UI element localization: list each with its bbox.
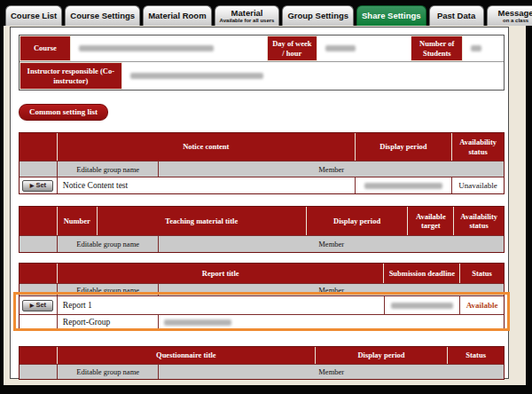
tab-material-room[interactable]: Material Room [143, 5, 211, 26]
tab-label: Group Settings [287, 12, 348, 20]
tab-group-settings[interactable]: Group Settings [282, 5, 354, 26]
instructor-value [122, 62, 504, 90]
member-header: Member [158, 161, 504, 177]
member-header: Member [158, 364, 504, 379]
tab-course-settings[interactable]: Course Settings [65, 5, 140, 26]
redacted-course-name [79, 45, 214, 51]
subheader-spacer [20, 283, 57, 296]
editable-group-name-header: Editable group name [57, 283, 159, 296]
report-title-cell: Report 1 [57, 296, 384, 314]
subheader-spacer [20, 364, 57, 379]
empty-cell [20, 314, 57, 329]
play-icon: ▶ [30, 183, 35, 188]
tab-material[interactable]: Material Available for all users [215, 5, 280, 26]
subheader-spacer [20, 161, 57, 177]
play-icon: ▶ [30, 303, 35, 308]
notice-period-cell [355, 177, 452, 193]
tab-label: Message [497, 9, 532, 18]
tab-label: Share Settings [362, 12, 421, 20]
course-value [71, 35, 267, 61]
notice-status-cell: Unavailable [451, 177, 504, 193]
tab-label: Past Data [437, 12, 475, 20]
redacted-instructor [130, 73, 263, 79]
course-info-row: Course Day of week / hour Number of Stud… [20, 35, 504, 61]
material-subheader-row: Editable group name Member [20, 235, 504, 252]
questionnaire-header-row: Questionnaire title Display period Statu… [20, 347, 504, 364]
redacted-count [471, 45, 481, 51]
report-status-cell: Available [459, 296, 504, 314]
set-cell: ▶Set [20, 296, 57, 314]
report-table: Report title Submission deadline Status … [19, 263, 505, 330]
notice-set-button[interactable]: ▶Set [22, 180, 53, 192]
report-set-button[interactable]: ▶Set [22, 300, 53, 311]
set-button-label: Set [35, 182, 46, 189]
display-period-header: Display period [315, 347, 447, 364]
status-header: Status [447, 347, 504, 364]
tab-label: Course List [11, 12, 57, 20]
report-deadline-cell [384, 296, 460, 314]
tab-bar: Course List Course Settings Material Roo… [5, 3, 532, 26]
set-button-label: Set [35, 302, 46, 309]
number-header: Number [57, 207, 97, 235]
availability-status-header: Availability status [451, 133, 504, 161]
available-target-header: Available target [407, 207, 453, 235]
submission-deadline-header: Submission deadline [383, 264, 459, 283]
display-period-header: Display period [355, 133, 452, 161]
report-title-header: Report title [57, 264, 384, 283]
students-value [463, 35, 504, 61]
common-setting-list-button[interactable]: Common setting list [19, 104, 108, 121]
tab-label: Course Settings [70, 12, 135, 20]
notice-title-cell: Notice Content test [57, 177, 355, 193]
questionnaire-table: Questionnaire title Display period Statu… [19, 346, 505, 380]
header-spacer [20, 264, 57, 283]
instructor-label: Instructor responsible (Co-instructor) [20, 62, 122, 90]
redacted-deadline [391, 303, 453, 309]
tab-label: Material [231, 9, 263, 18]
availability-status-header: Availability status [453, 207, 504, 235]
header-spacer [20, 133, 57, 161]
report-group-row: Report-Group [20, 314, 504, 329]
share-settings-panel: Course Day of week / hour Number of Stud… [10, 27, 509, 379]
member-header: Member [158, 283, 504, 296]
report-header-row: Report title Submission deadline Status [20, 264, 504, 283]
tab-message[interactable]: Message on a class [487, 5, 532, 26]
header-spacer [20, 347, 57, 364]
notice-subheader-row: Editable group name Member [20, 161, 504, 177]
tab-course-list[interactable]: Course List [5, 5, 62, 26]
material-header-row: Number Teaching material title Display p… [20, 207, 504, 235]
tab-sublabel: Available for all users [220, 18, 275, 23]
notice-content-header: Notice content [57, 133, 355, 161]
course-info-table: Course Day of week / hour Number of Stud… [19, 35, 505, 91]
report-data-row: ▶Set Report 1 Available [20, 296, 504, 314]
course-label: Course [20, 35, 71, 61]
subheader-spacer [20, 235, 57, 252]
editable-group-name-header: Editable group name [57, 235, 159, 252]
tab-sublabel: on a class [503, 18, 528, 23]
tab-label: Material Room [148, 12, 206, 20]
header-spacer [20, 207, 57, 235]
set-cell: ▶Set [20, 177, 57, 193]
member-header: Member [158, 235, 504, 252]
editable-group-name-header: Editable group name [57, 161, 159, 177]
material-table: Number Teaching material title Display p… [19, 206, 505, 253]
redacted-members [164, 319, 231, 326]
tab-past-data[interactable]: Past Data [429, 5, 484, 26]
notice-table: Notice content Display period Availabili… [19, 132, 505, 194]
material-title-header: Teaching material title [97, 207, 306, 235]
day-of-week-value [317, 35, 411, 61]
questionnaire-title-header: Questionnaire title [57, 347, 315, 364]
redacted-period [364, 183, 442, 189]
questionnaire-subheader-row: Editable group name Member [20, 364, 504, 379]
status-header: Status [459, 264, 504, 283]
display-period-header: Display period [306, 207, 408, 235]
instructor-row: Instructor responsible (Co-instructor) [20, 61, 504, 90]
redacted-day [325, 45, 356, 51]
tab-share-settings[interactable]: Share Settings [356, 5, 426, 26]
report-group-name-cell: Report-Group [57, 314, 159, 329]
report-subheader-row: Editable group name Member [20, 283, 504, 296]
notice-header-row: Notice content Display period Availabili… [20, 133, 504, 161]
editable-group-name-header: Editable group name [57, 364, 159, 379]
report-group-member-cell [158, 314, 504, 329]
students-label: Number of Students [411, 35, 463, 61]
notice-data-row: ▶Set Notice Content test Unavailable [20, 177, 504, 193]
